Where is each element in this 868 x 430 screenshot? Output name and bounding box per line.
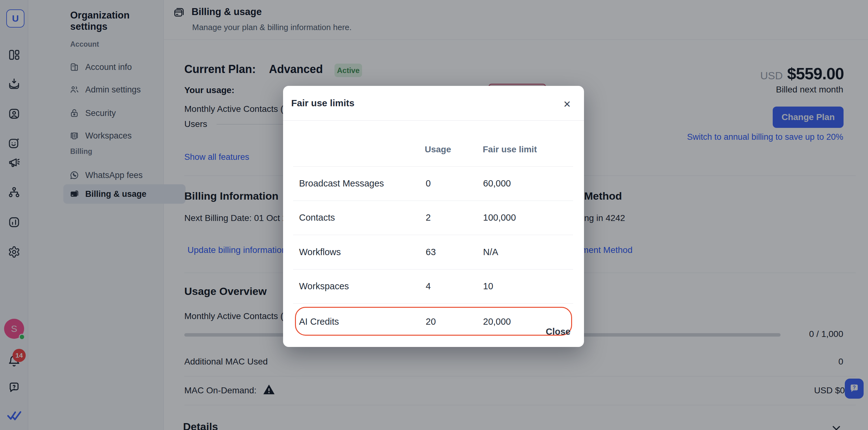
modal-header-divider	[283, 120, 584, 121]
table-divider	[293, 201, 573, 201]
modal-close-button[interactable]: Close	[546, 327, 570, 337]
table-row-usage: 0	[426, 178, 431, 189]
table-row-usage: 4	[426, 281, 431, 291]
table-row-name: Workspaces	[299, 281, 349, 291]
close-icon[interactable]: ✕	[561, 98, 573, 110]
table-divider	[293, 303, 573, 304]
table-row-name: Broadcast Messages	[299, 178, 384, 189]
fair-use-limits-modal: Fair use limits ✕ Usage Fair use limit B…	[283, 86, 584, 347]
table-row-usage: 63	[426, 247, 436, 257]
table-row-limit: 60,000	[483, 178, 511, 189]
column-header-fair-use-limit: Fair use limit	[483, 145, 537, 155]
table-divider	[293, 166, 573, 167]
table-row-usage: 20	[426, 316, 436, 327]
table-divider	[293, 269, 573, 270]
table-row-name: Contacts	[299, 213, 335, 223]
table-row-usage: 2	[426, 213, 431, 223]
table-row-limit: 10	[483, 281, 493, 291]
modal-title: Fair use limits	[291, 98, 354, 109]
table-row-name: AI Credits	[299, 316, 339, 327]
table-row-name: Workflows	[299, 247, 341, 257]
column-header-usage: Usage	[425, 145, 451, 155]
table-row-limit: 20,000	[483, 316, 511, 327]
table-row-limit: N/A	[483, 247, 498, 257]
table-row-limit: 100,000	[483, 213, 516, 223]
table-divider	[293, 235, 573, 235]
